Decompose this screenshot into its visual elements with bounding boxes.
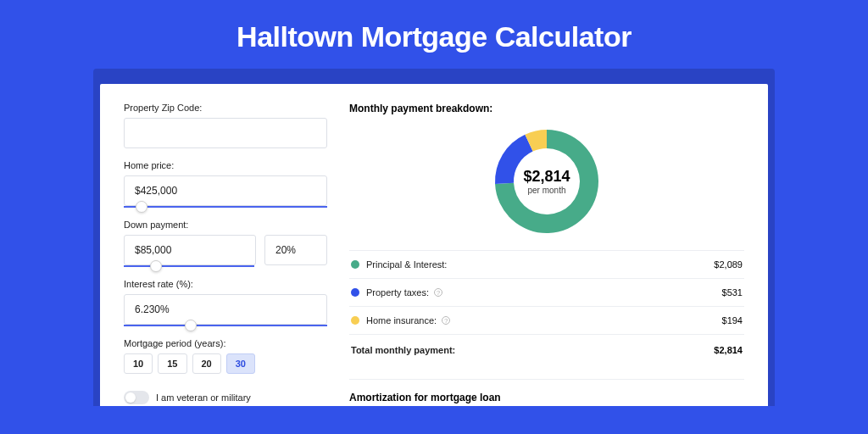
breakdown-rows: Principal & Interest:$2,089Property taxe… xyxy=(349,250,744,334)
legend-dot xyxy=(351,316,359,325)
down-payment-label: Down payment: xyxy=(124,220,327,230)
total-value: $2,814 xyxy=(714,345,743,355)
donut-center: $2,814 per month xyxy=(493,128,600,235)
breakdown-column: Monthly payment breakdown: $2,814 per mo… xyxy=(349,103,744,406)
interest-rate-input[interactable] xyxy=(124,294,327,325)
home-price-slider-thumb[interactable] xyxy=(136,201,147,213)
form-column: Property Zip Code: Home price: Down paym… xyxy=(124,103,327,406)
period-btn-30[interactable]: 30 xyxy=(226,353,255,374)
breakdown-row: Home insurance:?$194 xyxy=(349,306,744,334)
field-down-payment: Down payment: xyxy=(124,220,327,267)
amortization-title: Amortization for mortgage loan xyxy=(349,392,744,403)
down-payment-slider-thumb[interactable] xyxy=(150,260,162,272)
veteran-label: I am veteran or military xyxy=(156,392,251,403)
calculator-card: Property Zip Code: Home price: Down paym… xyxy=(100,84,768,406)
mortgage-period-label: Mortgage period (years): xyxy=(124,338,327,348)
interest-rate-slider-thumb[interactable] xyxy=(185,320,197,331)
breakdown-row-value: $194 xyxy=(722,315,743,326)
donut-chart: $2,814 per month xyxy=(493,128,600,235)
donut-chart-wrap: $2,814 per month xyxy=(349,123,744,250)
amortization-section: Amortization for mortgage loan Amortizat… xyxy=(349,379,744,406)
down-payment-pct-input[interactable] xyxy=(264,235,327,265)
page-title: Halltown Mortgage Calculator xyxy=(0,20,868,53)
breakdown-row-value: $531 xyxy=(722,287,743,298)
donut-amount: $2,814 xyxy=(523,168,570,186)
mortgage-period-options: 10152030 xyxy=(124,353,327,374)
field-interest-rate: Interest rate (%): xyxy=(124,279,327,326)
breakdown-row-label: Home insurance: xyxy=(366,315,437,326)
breakdown-title: Monthly payment breakdown: xyxy=(349,103,744,114)
interest-rate-slider[interactable] xyxy=(124,325,327,326)
info-icon[interactable]: ? xyxy=(434,288,442,297)
breakdown-row-value: $2,089 xyxy=(714,259,743,270)
period-btn-10[interactable]: 10 xyxy=(124,353,153,374)
total-label: Total monthly payment: xyxy=(351,345,455,355)
field-mortgage-period: Mortgage period (years): 10152030 xyxy=(124,338,327,374)
legend-dot xyxy=(351,288,359,297)
field-zip: Property Zip Code: xyxy=(124,103,327,148)
zip-label: Property Zip Code: xyxy=(124,103,327,113)
period-btn-15[interactable]: 15 xyxy=(158,353,186,374)
home-price-slider[interactable] xyxy=(124,206,327,208)
period-btn-20[interactable]: 20 xyxy=(192,353,221,374)
legend-dot xyxy=(351,260,359,269)
donut-sub: per month xyxy=(527,186,565,195)
breakdown-row: Principal & Interest:$2,089 xyxy=(349,250,744,278)
home-price-input[interactable] xyxy=(124,175,327,206)
home-price-label: Home price: xyxy=(124,160,327,170)
breakdown-row-label: Property taxes: xyxy=(366,287,429,298)
down-payment-amount-input[interactable] xyxy=(124,235,256,265)
card-backdrop: Property Zip Code: Home price: Down paym… xyxy=(93,69,775,406)
down-payment-slider[interactable] xyxy=(124,265,254,267)
veteran-toggle[interactable] xyxy=(124,391,149,404)
breakdown-row: Property taxes:?$531 xyxy=(349,278,744,306)
total-row: Total monthly payment: $2,814 xyxy=(349,334,744,365)
veteran-row: I am veteran or military xyxy=(124,391,327,404)
interest-rate-label: Interest rate (%): xyxy=(124,279,327,289)
zip-input[interactable] xyxy=(124,118,327,148)
field-home-price: Home price: xyxy=(124,160,327,208)
info-icon[interactable]: ? xyxy=(442,316,450,325)
breakdown-row-label: Principal & Interest: xyxy=(366,259,447,270)
